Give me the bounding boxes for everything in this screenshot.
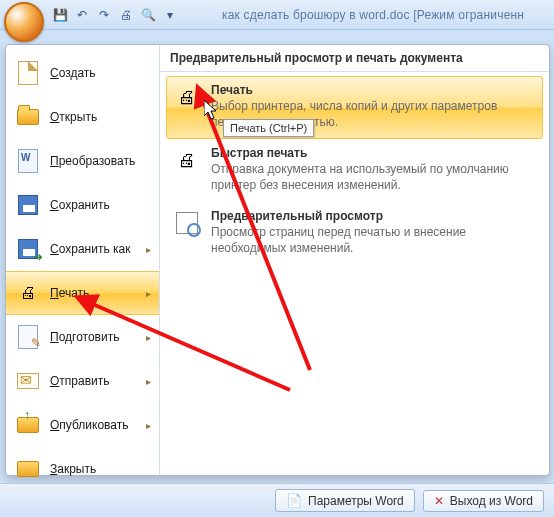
convert-icon <box>16 149 40 173</box>
chevron-right-icon: ▸ <box>146 376 151 387</box>
new-icon <box>16 61 40 85</box>
menu-new-label: Создать <box>50 66 96 80</box>
submenu-preview-desc: Просмотр страниц перед печатью и внесени… <box>211 225 536 256</box>
office-menu-left: Создать Открыть Преобразовать Сохранить … <box>6 45 160 475</box>
menu-close-label: Закрыть <box>50 462 96 476</box>
qat-dropdown-icon[interactable]: ▾ <box>162 7 178 23</box>
submenu-print-preview[interactable]: Предварительный просмотр Просмотр страни… <box>166 202 543 265</box>
save-icon <box>16 193 40 217</box>
quick-print-icon <box>173 146 201 174</box>
qat-redo-icon[interactable]: ↷ <box>96 7 112 23</box>
exit-word-button[interactable]: Выход из Word <box>423 490 544 512</box>
office-button[interactable] <box>4 2 44 42</box>
chevron-right-icon: ▸ <box>146 332 151 343</box>
menu-save-as-label: Сохранить как <box>50 242 130 256</box>
right-panel-heading: Предварительный просмотр и печать докуме… <box>160 45 549 72</box>
prepare-icon <box>16 325 40 349</box>
qat-quickprint-icon[interactable]: 🖨 <box>118 7 134 23</box>
office-menu-footer: Параметры Word Выход из Word <box>0 483 554 517</box>
qat-preview-icon[interactable]: 🔍 <box>140 7 156 23</box>
menu-print[interactable]: Печать ▸ <box>6 271 159 315</box>
close-icon <box>16 457 40 481</box>
submenu-print-title: Печать <box>211 83 536 97</box>
print-icon <box>16 281 40 305</box>
menu-print-label: Печать <box>50 286 89 300</box>
save-as-icon <box>16 237 40 261</box>
menu-save-label: Сохранить <box>50 198 110 212</box>
submenu-preview-title: Предварительный просмотр <box>211 209 536 223</box>
menu-publish-label: Опубликовать <box>50 418 128 432</box>
printer-icon <box>173 83 201 111</box>
tooltip-print: Печать (Ctrl+P) <box>223 119 314 137</box>
menu-save-as[interactable]: Сохранить как ▸ <box>6 227 159 271</box>
quick-access-toolbar: 💾 ↶ ↷ 🖨 🔍 ▾ <box>52 7 178 23</box>
menu-convert[interactable]: Преобразовать <box>6 139 159 183</box>
qat-undo-icon[interactable]: ↶ <box>74 7 90 23</box>
menu-open-label: Открыть <box>50 110 97 124</box>
exit-icon <box>434 494 444 508</box>
word-options-button[interactable]: Параметры Word <box>275 489 415 512</box>
open-icon <box>16 105 40 129</box>
publish-icon <box>16 413 40 437</box>
submenu-quick-print-desc: Отправка документа на используемый по ум… <box>211 162 536 193</box>
menu-send-label: Отправить <box>50 374 110 388</box>
menu-prepare[interactable]: Подготовить ▸ <box>6 315 159 359</box>
print-preview-icon <box>173 209 201 237</box>
word-options-label: Параметры Word <box>308 494 404 508</box>
send-icon <box>16 369 40 393</box>
menu-convert-label: Преобразовать <box>50 154 135 168</box>
menu-new[interactable]: Создать <box>6 51 159 95</box>
menu-open[interactable]: Открыть <box>6 95 159 139</box>
chevron-right-icon: ▸ <box>146 288 151 299</box>
exit-word-label: Выход из Word <box>450 494 533 508</box>
submenu-print[interactable]: Печать Выбор принтера, числа копий и дру… <box>166 76 543 139</box>
chevron-right-icon: ▸ <box>146 420 151 431</box>
options-icon <box>286 493 302 508</box>
menu-save[interactable]: Сохранить <box>6 183 159 227</box>
qat-save-icon[interactable]: 💾 <box>52 7 68 23</box>
chevron-right-icon: ▸ <box>146 244 151 255</box>
menu-prepare-label: Подготовить <box>50 330 119 344</box>
submenu-quick-print-title: Быстрая печать <box>211 146 536 160</box>
menu-send[interactable]: Отправить ▸ <box>6 359 159 403</box>
office-menu-panel: Создать Открыть Преобразовать Сохранить … <box>5 44 550 476</box>
submenu-quick-print[interactable]: Быстрая печать Отправка документа на исп… <box>166 139 543 202</box>
office-menu-right: Предварительный просмотр и печать докуме… <box>160 45 549 475</box>
document-title: как сделать брошюру в word.doc [Режим ог… <box>222 8 524 22</box>
titlebar: 💾 ↶ ↷ 🖨 🔍 ▾ как сделать брошюру в word.d… <box>0 0 554 30</box>
menu-publish[interactable]: Опубликовать ▸ <box>6 403 159 447</box>
print-submenu: Печать Выбор принтера, числа копий и дру… <box>160 72 549 270</box>
